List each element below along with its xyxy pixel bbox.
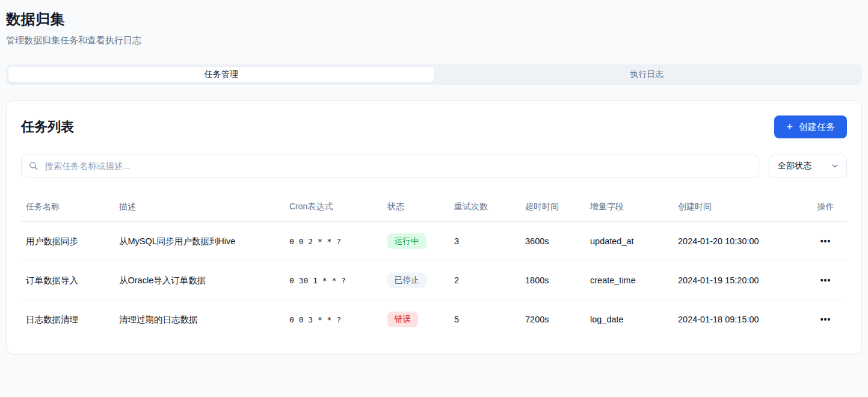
status-cell: 已停止 — [383, 261, 449, 300]
row-actions-button[interactable]: ••• — [820, 275, 831, 285]
create-task-button-label: 创建任务 — [799, 122, 835, 133]
search-box — [21, 155, 759, 177]
actions-cell: ••• — [804, 300, 847, 339]
status-badge: 已停止 — [387, 272, 426, 288]
create-task-button[interactable]: + 创建任务 — [774, 115, 847, 138]
status-badge: 运行中 — [387, 233, 426, 249]
status-cell: 错误 — [383, 300, 449, 339]
column-header: 重试次数 — [449, 193, 520, 222]
incremental-field-cell: create_time — [585, 261, 673, 300]
status-cell: 运行中 — [383, 222, 449, 261]
cron-expression-cell: 0 0 3 * * ? — [285, 300, 383, 339]
chevron-down-icon — [831, 162, 839, 170]
column-header: Cron表达式 — [285, 193, 383, 222]
cron-expression-cell: 0 0 2 * * ? — [285, 222, 383, 261]
actions-cell: ••• — [804, 261, 847, 300]
task-description-cell: 从Oracle导入订单数据 — [114, 261, 285, 300]
table-row: 用户数据同步 从MySQL同步用户数据到Hive 0 0 2 * * ? 运行中… — [21, 222, 847, 261]
status-filter-select[interactable]: 全部状态 — [769, 155, 847, 177]
tab-task-management[interactable]: 任务管理 — [8, 67, 434, 82]
tab-execution-logs[interactable]: 执行日志 — [434, 67, 860, 82]
timeout-cell: 1800s — [520, 261, 585, 300]
task-name-cell: 订单数据导入 — [21, 261, 114, 300]
created-time-cell: 2024-01-19 15:20:00 — [673, 261, 804, 300]
retry-count-cell: 3 — [449, 222, 520, 261]
column-header: 任务名称 — [21, 193, 114, 222]
actions-cell: ••• — [804, 222, 847, 261]
task-description-cell: 从MySQL同步用户数据到Hive — [114, 222, 285, 261]
retry-count-cell: 5 — [449, 300, 520, 339]
incremental-field-cell: log_date — [585, 300, 673, 339]
column-header: 描述 — [114, 193, 285, 222]
row-actions-button[interactable]: ••• — [820, 236, 831, 246]
cron-expression-cell: 0 30 1 * * ? — [285, 261, 383, 300]
task-name-cell: 日志数据清理 — [21, 300, 114, 339]
column-header: 创建时间 — [673, 193, 804, 222]
created-time-cell: 2024-01-18 09:15:00 — [673, 300, 804, 339]
table-header-row: 任务名称描述Cron表达式状态重试次数超时时间增量字段创建时间操作 — [21, 193, 847, 222]
tab-bar: 任务管理 执行日志 — [6, 64, 862, 85]
status-filter-value: 全部状态 — [778, 161, 811, 171]
retry-count-cell: 2 — [449, 261, 520, 300]
task-description-cell: 清理过期的日志数据 — [114, 300, 285, 339]
plus-icon: + — [786, 122, 793, 132]
card-title: 任务列表 — [21, 118, 74, 136]
card-header: 任务列表 + 创建任务 — [21, 115, 847, 138]
task-list-card: 任务列表 + 创建任务 全部状态 — [6, 100, 862, 354]
row-actions-button[interactable]: ••• — [820, 315, 831, 324]
page-title: 数据归集 — [6, 10, 862, 29]
task-table: 任务名称描述Cron表达式状态重试次数超时时间增量字段创建时间操作 用户数据同步… — [21, 193, 847, 339]
search-input[interactable] — [21, 155, 759, 177]
created-time-cell: 2024-01-20 10:30:00 — [673, 222, 804, 261]
search-icon — [28, 161, 38, 171]
table-row: 日志数据清理 清理过期的日志数据 0 0 3 * * ? 错误 5 7200s … — [21, 300, 847, 339]
task-name-cell: 用户数据同步 — [21, 222, 114, 261]
column-header: 操作 — [804, 193, 847, 222]
table-body: 用户数据同步 从MySQL同步用户数据到Hive 0 0 2 * * ? 运行中… — [21, 222, 847, 339]
column-header: 超时时间 — [520, 193, 585, 222]
timeout-cell: 3600s — [520, 222, 585, 261]
page-subtitle: 管理数据归集任务和查看执行日志 — [6, 35, 862, 46]
incremental-field-cell: updated_at — [585, 222, 673, 261]
column-header: 增量字段 — [585, 193, 673, 222]
status-badge: 错误 — [387, 312, 418, 327]
page: 数据归集 管理数据归集任务和查看执行日志 任务管理 执行日志 任务列表 + 创建… — [0, 0, 868, 354]
column-header: 状态 — [383, 193, 449, 222]
table-row: 订单数据导入 从Oracle导入订单数据 0 30 1 * * ? 已停止 2 … — [21, 261, 847, 300]
toolbar: 全部状态 — [21, 155, 847, 177]
timeout-cell: 7200s — [520, 300, 585, 339]
